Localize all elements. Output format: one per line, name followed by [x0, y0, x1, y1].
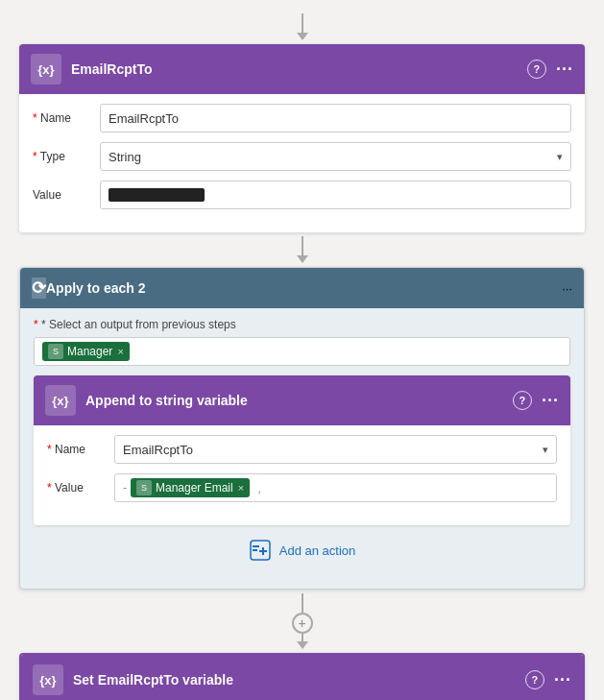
append-actions: ? ···	[513, 391, 559, 411]
add-step-plus[interactable]: +	[292, 613, 313, 634]
top-connector	[297, 10, 308, 44]
append-name-dropdown[interactable]: EmailRcptTo ▾	[114, 435, 557, 464]
add-action-icon	[249, 539, 272, 562]
manager-tag-icon: S	[48, 344, 63, 359]
apply-more-button[interactable]: ···	[562, 281, 572, 296]
apply-to-each-title: Apply to each 2	[46, 280, 145, 296]
apply-to-each-header: ⟳ Apply to each 2 ···	[20, 268, 584, 308]
name-label: * Name	[33, 111, 100, 125]
manager-email-icon: S	[136, 480, 152, 495]
append-name-row: * Name EmailRcptTo ▾	[47, 435, 557, 464]
add-action-label: Add an action	[279, 543, 356, 558]
append-value-field[interactable]: - S Manager Email × ,	[114, 473, 557, 502]
type-dropdown-arrow: ▾	[557, 151, 563, 163]
emailrcptto-card: {x} EmailRcptTo ? ··· * Name EmailRcptTo…	[19, 44, 585, 232]
svg-rect-4	[259, 550, 267, 552]
append-name-label: * Name	[47, 443, 114, 456]
apply-loop-icon: ⟳	[32, 278, 46, 299]
add-action-button[interactable]: Add an action	[249, 539, 356, 562]
manager-tag: S Manager ×	[42, 342, 130, 361]
emailrcptto-title: EmailRcptTo	[71, 61, 527, 77]
value-label: Value	[33, 188, 100, 202]
value-suffix: ,	[257, 481, 261, 495]
connector-line-3	[302, 593, 303, 613]
apply-body: * * Select an output from previous steps…	[20, 308, 584, 589]
emailrcptto-actions: ? ···	[527, 60, 573, 80]
append-icon: {x}	[45, 385, 76, 416]
append-name-dropdown-arrow: ▾	[543, 444, 548, 456]
manager-email-close[interactable]: ×	[238, 482, 244, 494]
value-field-row: Value	[33, 181, 571, 209]
connector-arrow	[297, 33, 308, 40]
type-label: * Type	[33, 150, 100, 163]
set-variable-card: {x} Set EmailRcptTo variable ? ··· * Nam…	[19, 653, 585, 700]
output-tag-container: S Manager ×	[34, 337, 570, 366]
type-dropdown[interactable]: String ▾	[100, 142, 571, 171]
emailrcptto-help-icon[interactable]: ?	[527, 60, 546, 79]
value-prefix: -	[123, 481, 127, 495]
set-variable-actions: ? ···	[525, 670, 571, 690]
emailrcptto-more-button[interactable]: ···	[556, 60, 573, 80]
manager-email-tag: S Manager Email ×	[131, 478, 250, 497]
append-value-label: * Value	[47, 481, 114, 495]
apply-to-each-card: ⟳ Apply to each 2 ··· * * Select an outp…	[19, 267, 585, 590]
emailrcptto-body: * Name EmailRcptTo * Type String ▾ Value	[19, 94, 585, 232]
append-value-row: * Value - S Manager Email × ,	[47, 473, 557, 502]
connector-arrow-2	[297, 255, 308, 263]
add-action-container: Add an action	[34, 525, 570, 575]
middle-connector-1	[297, 232, 308, 267]
append-string-card: {x} Append to string variable ? ··· * Na…	[34, 375, 570, 525]
append-title: Append to string variable	[85, 393, 513, 408]
bottom-connector: +	[292, 590, 313, 653]
name-input[interactable]: EmailRcptTo	[100, 104, 571, 133]
name-field-row: * Name EmailRcptTo	[33, 104, 571, 133]
svg-rect-2	[253, 549, 257, 551]
connector-line-4	[302, 634, 303, 641]
emailrcptto-icon: {x}	[31, 54, 61, 84]
set-variable-help-icon[interactable]: ?	[525, 670, 544, 689]
append-help-icon[interactable]: ?	[513, 391, 532, 410]
manager-tag-close[interactable]: ×	[117, 346, 123, 357]
append-more-button[interactable]: ···	[542, 391, 559, 411]
connector-arrow-3	[297, 641, 308, 649]
connector-line	[302, 13, 303, 33]
value-input[interactable]	[100, 181, 571, 209]
svg-rect-1	[253, 545, 259, 547]
select-output-label: * * Select an output from previous steps	[34, 318, 570, 331]
emailrcptto-header: {x} EmailRcptTo ? ···	[19, 44, 585, 94]
append-header: {x} Append to string variable ? ···	[34, 375, 570, 425]
set-variable-title: Set EmailRcptTo variable	[73, 672, 525, 688]
set-variable-icon: {x}	[33, 664, 63, 695]
append-body: * Name EmailRcptTo ▾ * Value - S	[34, 425, 570, 525]
connector-line-2	[302, 236, 303, 255]
set-variable-more-button[interactable]: ···	[554, 670, 571, 690]
redacted-value	[109, 188, 205, 202]
type-field-row: * Type String ▾	[33, 142, 571, 171]
set-variable-header: {x} Set EmailRcptTo variable ? ···	[21, 655, 583, 700]
